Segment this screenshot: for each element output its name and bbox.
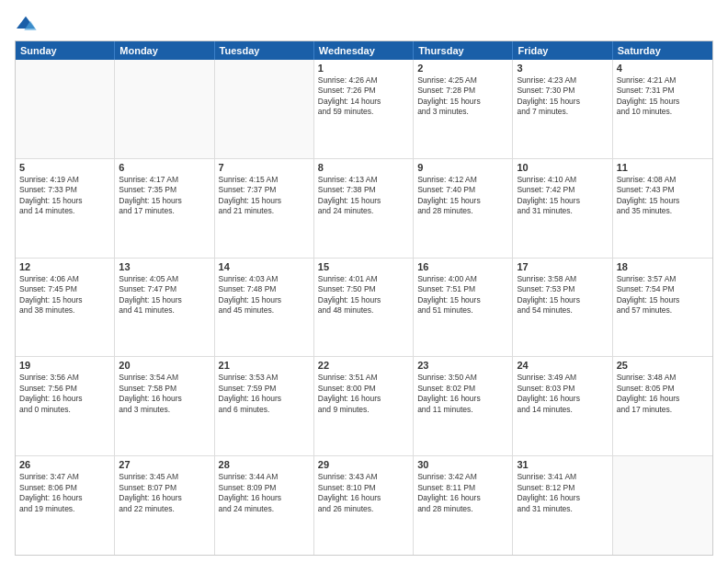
- cell-daylight-info: Sunrise: 3:51 AM Sunset: 8:00 PM Dayligh…: [318, 373, 409, 415]
- calendar-cell: 19Sunrise: 3:56 AM Sunset: 7:56 PM Dayli…: [16, 357, 115, 455]
- cell-daylight-info: Sunrise: 3:49 AM Sunset: 8:03 PM Dayligh…: [517, 373, 608, 415]
- calendar-cell: [215, 60, 314, 158]
- cell-daylight-info: Sunrise: 3:58 AM Sunset: 7:53 PM Dayligh…: [517, 274, 608, 316]
- day-number: 16: [417, 261, 508, 272]
- day-number: 3: [517, 63, 608, 74]
- day-number: 23: [417, 360, 508, 371]
- day-number: 25: [617, 360, 709, 371]
- cell-daylight-info: Sunrise: 4:01 AM Sunset: 7:50 PM Dayligh…: [318, 274, 409, 316]
- cell-daylight-info: Sunrise: 3:44 AM Sunset: 8:09 PM Dayligh…: [219, 472, 310, 514]
- day-number: 11: [617, 162, 709, 173]
- calendar-cell: 7Sunrise: 4:15 AM Sunset: 7:37 PM Daylig…: [215, 159, 314, 258]
- day-number: 20: [119, 360, 210, 371]
- calendar-cell: 1Sunrise: 4:26 AM Sunset: 7:26 PM Daylig…: [314, 60, 414, 158]
- cell-daylight-info: Sunrise: 3:56 AM Sunset: 7:56 PM Dayligh…: [19, 373, 110, 415]
- day-number: 10: [517, 162, 608, 173]
- calendar-cell: 29Sunrise: 3:43 AM Sunset: 8:10 PM Dayli…: [314, 456, 414, 555]
- day-number: 17: [517, 261, 608, 272]
- calendar-cell: 26Sunrise: 3:47 AM Sunset: 8:06 PM Dayli…: [16, 456, 115, 555]
- cell-daylight-info: Sunrise: 3:53 AM Sunset: 7:59 PM Dayligh…: [219, 373, 310, 415]
- cell-daylight-info: Sunrise: 4:13 AM Sunset: 7:38 PM Dayligh…: [318, 175, 409, 217]
- day-number: 12: [19, 261, 110, 272]
- calendar-cell: 24Sunrise: 3:49 AM Sunset: 8:03 PM Dayli…: [513, 357, 612, 455]
- cell-daylight-info: Sunrise: 3:54 AM Sunset: 7:58 PM Dayligh…: [119, 373, 210, 415]
- calendar-cell: 9Sunrise: 4:12 AM Sunset: 7:40 PM Daylig…: [414, 159, 513, 258]
- day-number: 27: [119, 459, 210, 470]
- cell-daylight-info: Sunrise: 4:25 AM Sunset: 7:28 PM Dayligh…: [417, 75, 508, 118]
- cell-daylight-info: Sunrise: 4:17 AM Sunset: 7:35 PM Dayligh…: [119, 175, 210, 217]
- calendar-body: 1Sunrise: 4:26 AM Sunset: 7:26 PM Daylig…: [16, 60, 712, 555]
- day-number: 26: [19, 459, 110, 470]
- logo: [15, 15, 40, 33]
- cell-daylight-info: Sunrise: 3:48 AM Sunset: 8:05 PM Dayligh…: [617, 373, 709, 415]
- day-number: 24: [517, 360, 608, 371]
- calendar-week-1: 1Sunrise: 4:26 AM Sunset: 7:26 PM Daylig…: [16, 60, 712, 159]
- cell-daylight-info: Sunrise: 3:47 AM Sunset: 8:06 PM Dayligh…: [19, 472, 110, 514]
- calendar-cell: 31Sunrise: 3:41 AM Sunset: 8:12 PM Dayli…: [513, 456, 612, 555]
- cell-daylight-info: Sunrise: 4:03 AM Sunset: 7:48 PM Dayligh…: [219, 274, 310, 316]
- day-number: 19: [19, 360, 110, 371]
- calendar-cell: 30Sunrise: 3:42 AM Sunset: 8:11 PM Dayli…: [414, 456, 513, 555]
- day-number: 14: [219, 261, 310, 272]
- day-number: 9: [417, 162, 508, 173]
- logo-icon: [15, 15, 37, 33]
- cell-daylight-info: Sunrise: 4:15 AM Sunset: 7:37 PM Dayligh…: [219, 175, 310, 217]
- day-number: 30: [417, 459, 508, 470]
- calendar-cell: 18Sunrise: 3:57 AM Sunset: 7:54 PM Dayli…: [613, 259, 712, 357]
- day-number: 13: [119, 261, 210, 272]
- calendar-cell: 28Sunrise: 3:44 AM Sunset: 8:09 PM Dayli…: [215, 456, 314, 555]
- header-day-friday: Friday: [513, 41, 612, 60]
- calendar-cell: 6Sunrise: 4:17 AM Sunset: 7:35 PM Daylig…: [115, 159, 214, 258]
- cell-daylight-info: Sunrise: 4:06 AM Sunset: 7:45 PM Dayligh…: [19, 274, 110, 316]
- cell-daylight-info: Sunrise: 4:10 AM Sunset: 7:42 PM Dayligh…: [517, 175, 608, 217]
- day-number: 1: [318, 63, 409, 74]
- day-number: 7: [219, 162, 310, 173]
- calendar-cell: 11Sunrise: 4:08 AM Sunset: 7:43 PM Dayli…: [613, 159, 712, 258]
- calendar-cell: 23Sunrise: 3:50 AM Sunset: 8:02 PM Dayli…: [414, 357, 513, 455]
- calendar-cell: 3Sunrise: 4:23 AM Sunset: 7:30 PM Daylig…: [513, 60, 612, 158]
- day-number: 18: [617, 261, 709, 272]
- calendar-cell: [16, 60, 115, 158]
- cell-daylight-info: Sunrise: 3:42 AM Sunset: 8:11 PM Dayligh…: [417, 472, 508, 514]
- header-day-saturday: Saturday: [613, 41, 712, 60]
- calendar-cell: 25Sunrise: 3:48 AM Sunset: 8:05 PM Dayli…: [613, 357, 712, 455]
- header-day-tuesday: Tuesday: [215, 41, 314, 60]
- calendar-cell: 8Sunrise: 4:13 AM Sunset: 7:38 PM Daylig…: [314, 159, 414, 258]
- cell-daylight-info: Sunrise: 3:45 AM Sunset: 8:07 PM Dayligh…: [119, 472, 210, 514]
- calendar-cell: 10Sunrise: 4:10 AM Sunset: 7:42 PM Dayli…: [513, 159, 612, 258]
- calendar-cell: 20Sunrise: 3:54 AM Sunset: 7:58 PM Dayli…: [115, 357, 214, 455]
- calendar-week-5: 26Sunrise: 3:47 AM Sunset: 8:06 PM Dayli…: [16, 456, 712, 555]
- day-number: 2: [417, 63, 508, 74]
- calendar-week-2: 5Sunrise: 4:19 AM Sunset: 7:33 PM Daylig…: [16, 159, 712, 259]
- cell-daylight-info: Sunrise: 3:50 AM Sunset: 8:02 PM Dayligh…: [417, 373, 508, 415]
- calendar-header: SundayMondayTuesdayWednesdayThursdayFrid…: [16, 41, 712, 60]
- header-day-sunday: Sunday: [16, 41, 115, 60]
- calendar-cell: 17Sunrise: 3:58 AM Sunset: 7:53 PM Dayli…: [513, 259, 612, 357]
- calendar-cell: [613, 456, 712, 555]
- header-day-monday: Monday: [115, 41, 214, 60]
- header-day-thursday: Thursday: [414, 41, 513, 60]
- cell-daylight-info: Sunrise: 3:43 AM Sunset: 8:10 PM Dayligh…: [318, 472, 409, 514]
- cell-daylight-info: Sunrise: 4:12 AM Sunset: 7:40 PM Dayligh…: [417, 175, 508, 217]
- cell-daylight-info: Sunrise: 4:19 AM Sunset: 7:33 PM Dayligh…: [19, 175, 110, 217]
- day-number: 21: [219, 360, 310, 371]
- day-number: 28: [219, 459, 310, 470]
- day-number: 29: [318, 459, 409, 470]
- calendar-cell: 5Sunrise: 4:19 AM Sunset: 7:33 PM Daylig…: [16, 159, 115, 258]
- calendar-cell: 15Sunrise: 4:01 AM Sunset: 7:50 PM Dayli…: [314, 259, 414, 357]
- cell-daylight-info: Sunrise: 4:00 AM Sunset: 7:51 PM Dayligh…: [417, 274, 508, 316]
- calendar-cell: 12Sunrise: 4:06 AM Sunset: 7:45 PM Dayli…: [16, 259, 115, 357]
- cell-daylight-info: Sunrise: 4:05 AM Sunset: 7:47 PM Dayligh…: [119, 274, 210, 316]
- day-number: 22: [318, 360, 409, 371]
- day-number: 15: [318, 261, 409, 272]
- calendar-cell: 2Sunrise: 4:25 AM Sunset: 7:28 PM Daylig…: [414, 60, 513, 158]
- day-number: 4: [617, 63, 709, 74]
- day-number: 5: [19, 162, 110, 173]
- calendar-cell: 22Sunrise: 3:51 AM Sunset: 8:00 PM Dayli…: [314, 357, 414, 455]
- cell-daylight-info: Sunrise: 4:23 AM Sunset: 7:30 PM Dayligh…: [517, 75, 608, 118]
- calendar-cell: 27Sunrise: 3:45 AM Sunset: 8:07 PM Dayli…: [115, 456, 214, 555]
- calendar-cell: [115, 60, 214, 158]
- day-number: 31: [517, 459, 608, 470]
- cell-daylight-info: Sunrise: 4:26 AM Sunset: 7:26 PM Dayligh…: [318, 75, 409, 118]
- cell-daylight-info: Sunrise: 3:41 AM Sunset: 8:12 PM Dayligh…: [517, 472, 608, 514]
